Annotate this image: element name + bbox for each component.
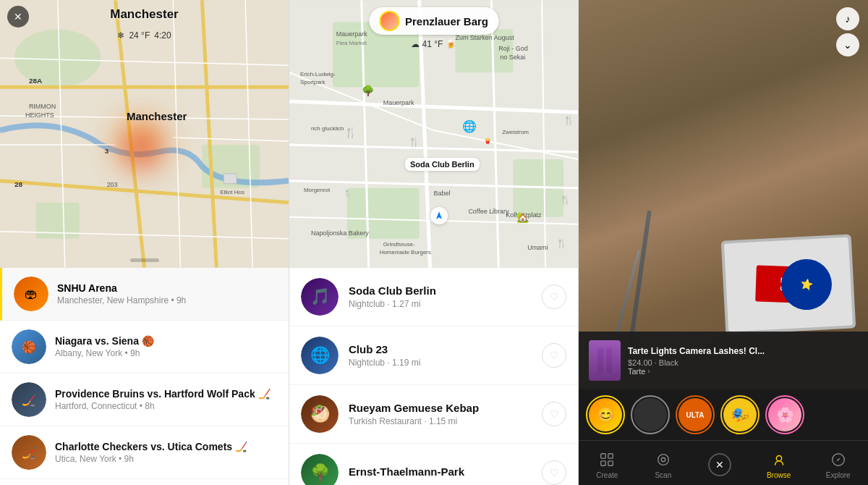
- favorite-button[interactable]: ♡: [542, 343, 566, 368]
- favorite-button[interactable]: ♡: [542, 284, 566, 309]
- item-info: Niagara vs. Siena 🏀 Albany, New York • 9…: [55, 335, 277, 358]
- svg-text:Umami: Umami: [527, 244, 548, 251]
- venue-item[interactable]: 🌳 Ernst-Thaelmann-Park ♡: [289, 444, 578, 485]
- snap-photo[interactable]: RUNCMD ⭐ ♪ ⌄: [579, 0, 868, 389]
- venue-avatar: 🥙: [301, 395, 339, 433]
- favorite-button[interactable]: ♡: [542, 460, 566, 485]
- product-brand[interactable]: Tarte ›: [628, 367, 858, 376]
- venue-list: 🎵 Soda Club Berlin Nightclub · 1.27 mi ♡…: [289, 268, 578, 485]
- svg-text:Homemade Burgers: Homemade Burgers: [380, 249, 431, 256]
- map-title: Prenzlauer Barg: [405, 15, 488, 28]
- list-item[interactable]: 🏟 SNHU Arena Manchester, New Hampshire •…: [0, 268, 289, 321]
- map-drag-handle[interactable]: [130, 258, 159, 262]
- product-title: Tarte Lights Camera Lashes! Cl...: [628, 346, 858, 356]
- product-card[interactable]: Tarte Lights Camera Lashes! Cl... $24.00…: [579, 332, 868, 389]
- story-item[interactable]: [631, 395, 670, 434]
- svg-text:203: 203: [107, 181, 118, 188]
- list-item[interactable]: 🏒 Charlotte Checkers vs. Utica Comets 🏒 …: [0, 426, 289, 479]
- venue-subtitle: Nightclub · 1.27 mi: [349, 299, 542, 309]
- svg-text:🍴: 🍴: [563, 114, 574, 125]
- time: 4:20: [154, 30, 171, 41]
- nav-scan[interactable]: Scan: [647, 447, 679, 482]
- svg-text:HEIGHTS: HEIGHTS: [25, 111, 54, 119]
- venue-title: Rueyam Gemuese Kebap: [349, 402, 542, 414]
- cloud-icon: ☁: [411, 39, 420, 49]
- favorite-button[interactable]: ♡: [542, 402, 566, 426]
- nav-label: Explore: [826, 471, 851, 479]
- story-item[interactable]: 🌸: [765, 395, 804, 434]
- map-title: Manchester: [110, 7, 178, 22]
- temperature: 41 °F: [422, 39, 443, 49]
- browse-icon: [769, 450, 789, 470]
- product-price: $24.00 · Black: [628, 358, 858, 367]
- svg-text:Grindhouse-: Grindhouse-: [383, 241, 415, 248]
- venue-title: Soda Club Berlin: [349, 284, 542, 297]
- snapchat-panel: RUNCMD ⭐ ♪ ⌄: [579, 0, 868, 485]
- avatar: 🏟: [14, 277, 48, 311]
- manchester-panel: 28A 28 3 203 RIMMON HEIGHTS Elliot Hos M…: [0, 0, 289, 485]
- map-header: Prenzlauer Barg: [369, 7, 498, 35]
- svg-text:Napoljonska Bakery: Napoljonska Bakery: [311, 229, 369, 237]
- venue-item[interactable]: 🎵 Soda Club Berlin Nightclub · 1.27 mi ♡: [289, 268, 578, 326]
- svg-rect-72: [601, 461, 605, 465]
- heatmap-inner: [112, 123, 170, 174]
- svg-text:Erich-Ludwig-: Erich-Ludwig-: [300, 71, 336, 77]
- item-subtitle: Utica, New York • 9h: [55, 454, 277, 464]
- nav-create[interactable]: Create: [590, 447, 624, 482]
- item-subtitle: Albany, New York • 9h: [55, 348, 277, 358]
- item-title: Charlotte Checkers vs. Utica Comets 🏒: [55, 441, 277, 452]
- svg-rect-70: [601, 454, 605, 458]
- avatar: 🏀: [12, 329, 46, 364]
- svg-text:🍴: 🍴: [344, 188, 353, 198]
- venue-info: Rueyam Gemuese Kebap Turkish Restaurant …: [349, 402, 542, 426]
- beer-emoji: 🍺: [446, 39, 456, 49]
- venue-item[interactable]: 🥙 Rueyam Gemuese Kebap Turkish Restauran…: [289, 385, 578, 444]
- music-icon[interactable]: ♪: [836, 7, 859, 30]
- nav-label: Create: [596, 471, 618, 479]
- item-info: Charlotte Checkers vs. Utica Comets 🏒 Ut…: [55, 441, 277, 464]
- story-avatar: 🌸: [768, 398, 801, 431]
- scan-icon: [653, 450, 673, 470]
- nav-label: Scan: [655, 471, 671, 479]
- svg-text:28A: 28A: [29, 77, 42, 85]
- avatar: 🏒: [12, 382, 46, 417]
- svg-text:🍴: 🍴: [560, 194, 571, 205]
- events-list: 🏟 SNHU Arena Manchester, New Hampshire •…: [0, 268, 289, 485]
- venue-item[interactable]: 🌐 Club 23 Nightclub · 1.19 mi ♡: [289, 326, 578, 385]
- svg-text:🏡: 🏡: [516, 211, 529, 224]
- svg-text:Morgenrot: Morgenrot: [304, 187, 331, 193]
- svg-point-75: [661, 457, 665, 462]
- nav-browse[interactable]: Browse: [761, 447, 796, 482]
- venue-info: Club 23 Nightclub · 1.19 mi: [349, 343, 542, 368]
- close-button[interactable]: ✕: [7, 6, 29, 28]
- snowflake-icon: ❄: [117, 30, 124, 41]
- mascara-tube-1: [597, 347, 603, 374]
- venue-subtitle: Nightclub · 1.19 mi: [349, 358, 542, 368]
- story-item[interactable]: 🎭: [720, 395, 760, 434]
- svg-text:🍴: 🍴: [409, 136, 420, 147]
- story-avatar: 🎭: [723, 398, 757, 431]
- nav-explore[interactable]: Explore: [820, 447, 856, 482]
- chevron-down-icon[interactable]: ⌄: [836, 33, 859, 56]
- svg-text:Zum Starken August: Zum Starken August: [455, 34, 514, 41]
- map-header: ✕ Manchester: [0, 0, 289, 29]
- svg-text:Elliot Hos: Elliot Hos: [220, 189, 244, 195]
- item-title: SNHU Arena: [57, 282, 277, 294]
- navigation-arrow[interactable]: [430, 207, 448, 224]
- list-item[interactable]: 🏀 Niagara vs. Siena 🏀 Albany, New York •…: [0, 321, 289, 374]
- map-city-label: Manchester: [127, 110, 187, 122]
- svg-text:rich glucklich: rich glucklich: [311, 125, 344, 132]
- story-item[interactable]: ULTA: [676, 395, 715, 434]
- venue-avatar: 🎵: [301, 278, 339, 316]
- svg-rect-22: [224, 174, 237, 184]
- item-info: SNHU Arena Manchester, New Hampshire • 9…: [57, 282, 277, 305]
- svg-text:Roji - God: Roji - God: [498, 45, 527, 52]
- svg-point-1: [14, 29, 101, 87]
- story-item[interactable]: 😊: [586, 395, 625, 434]
- nav-close[interactable]: ✕: [702, 450, 737, 479]
- brand-arrow: ›: [647, 368, 650, 375]
- list-item[interactable]: 🏒 Providence Bruins vs. Hartford Wolf Pa…: [0, 374, 289, 426]
- svg-point-76: [776, 456, 781, 461]
- svg-text:RIMMON: RIMMON: [29, 103, 56, 110]
- close-icon[interactable]: ✕: [708, 453, 731, 476]
